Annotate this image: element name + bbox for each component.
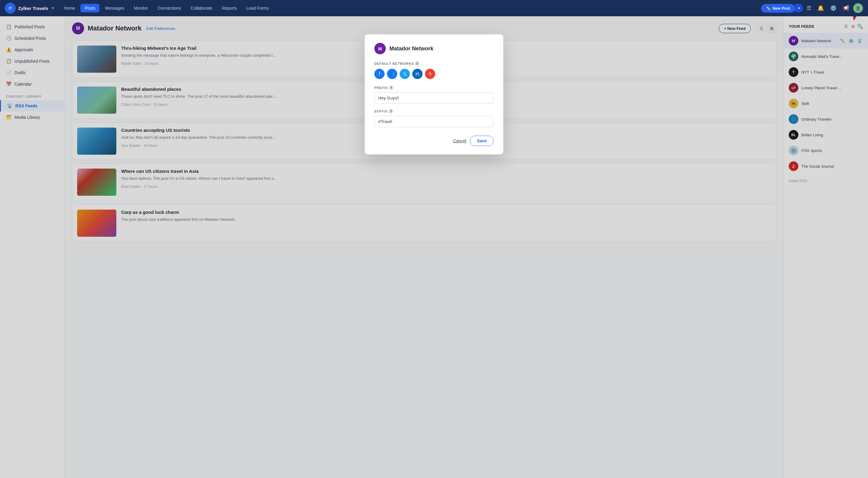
prefix-label: PREFIX ?: [374, 86, 494, 90]
new-post-chevron[interactable]: ▾: [795, 4, 803, 12]
suffix-help-icon[interactable]: ?: [389, 109, 393, 113]
brand-chevron-icon: ▾: [52, 6, 54, 10]
suffix-label: SUFFIX ?: [374, 109, 494, 113]
brand-name: Zylker Travels: [18, 6, 48, 11]
nav-reports[interactable]: Reports: [218, 4, 241, 12]
bell-icon[interactable]: 🔔: [815, 3, 827, 13]
networks-row: f 👥 𝕏 in G: [374, 69, 494, 79]
new-post-button[interactable]: ✏️ New Post: [761, 4, 795, 13]
nav-messages[interactable]: Messages: [101, 4, 128, 12]
feed-preferences-modal: M Matador Network DEFAULT NETWORKS ? f 👥…: [365, 34, 503, 154]
menu-icon[interactable]: ☰: [804, 3, 814, 13]
modal-footer: Cancel Save: [374, 136, 494, 146]
cancel-button[interactable]: Cancel: [453, 139, 467, 143]
nav-home[interactable]: Home: [60, 4, 79, 12]
facebook-group-network-icon[interactable]: 👥: [387, 69, 397, 79]
prefix-input[interactable]: [374, 92, 494, 104]
nav-collaborate[interactable]: Collaborate: [187, 4, 217, 12]
nav-connections[interactable]: Connections: [153, 4, 185, 12]
default-networks-label: DEFAULT NETWORKS ?: [374, 62, 494, 66]
modal-avatar: M: [374, 43, 386, 54]
facebook-network-icon[interactable]: f: [374, 69, 384, 79]
modal-title: Matador Network: [390, 46, 433, 52]
prefix-help-icon[interactable]: ?: [389, 86, 393, 90]
pencil-icon: ✏️: [766, 6, 771, 10]
brand-logo: ZT: [5, 3, 16, 13]
new-post-label: New Post: [772, 6, 790, 10]
nav-lead-forms[interactable]: Lead Forms: [242, 4, 273, 12]
default-networks-help-icon[interactable]: ?: [415, 62, 419, 66]
twitter-network-icon[interactable]: 𝕏: [400, 69, 410, 79]
topnav: ZT Zylker Travels ▾ Home Posts Messages …: [0, 0, 868, 16]
gear-icon[interactable]: ⚙️: [828, 3, 839, 13]
modal-header: M Matador Network: [374, 43, 494, 54]
save-button[interactable]: Save: [470, 136, 494, 146]
nav-posts[interactable]: Posts: [81, 4, 99, 12]
modal-overlay[interactable]: M Matador Network DEFAULT NETWORKS ? f 👥…: [0, 16, 868, 478]
suffix-input[interactable]: [374, 116, 494, 127]
brand[interactable]: ZT Zylker Travels ▾: [5, 3, 54, 13]
avatar[interactable]: 👤: [853, 3, 863, 13]
speaker-icon[interactable]: 📢: [840, 3, 852, 13]
linkedin-network-icon[interactable]: in: [412, 69, 423, 79]
nav-monitor[interactable]: Monitor: [130, 4, 152, 12]
gmb-network-icon[interactable]: G: [425, 69, 435, 79]
